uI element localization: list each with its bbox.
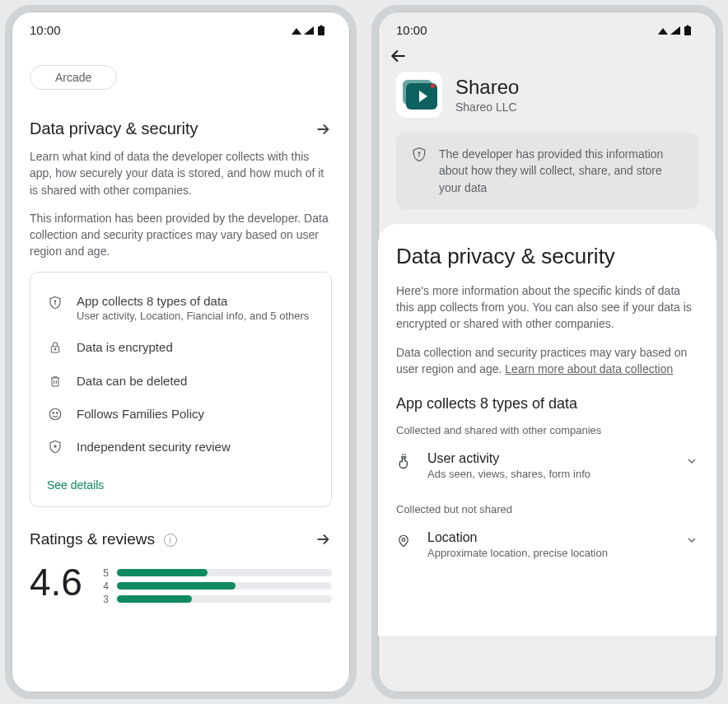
row-title: Location bbox=[427, 530, 670, 545]
collects-title: App collects 8 types of data bbox=[77, 294, 315, 308]
detail-p1: Here's more information about the specif… bbox=[396, 282, 698, 333]
hint-shared: Collected and shared with other companie… bbox=[396, 424, 698, 436]
privacy-p1: Learn what kind of data the developer co… bbox=[30, 148, 332, 198]
status-icons bbox=[657, 25, 698, 36]
privacy-card: App collects 8 types of data User activi… bbox=[30, 272, 332, 507]
app-header: Shareo Shareo LLC bbox=[378, 72, 716, 133]
families-title: Follows Families Policy bbox=[77, 407, 204, 421]
chevron-down-icon bbox=[685, 530, 698, 547]
detail-p2: Data collection and security practices m… bbox=[396, 344, 698, 378]
hint-notshared: Collected but not shared bbox=[396, 503, 698, 515]
detail-card: Data privacy & security Here's more info… bbox=[378, 224, 716, 636]
detail-title: Data privacy & security bbox=[396, 244, 698, 269]
row-sub: Approximate location, precise location bbox=[427, 547, 670, 559]
chevron-down-icon bbox=[685, 451, 698, 468]
reviews-title: Ratings & reviews bbox=[30, 530, 155, 548]
svg-rect-0 bbox=[318, 26, 324, 35]
back-button[interactable] bbox=[378, 42, 716, 72]
arcade-chip[interactable]: Arcade bbox=[30, 65, 117, 90]
data-row-location[interactable]: Location Approximate location, precise l… bbox=[396, 515, 698, 564]
status-bar: 10:00 bbox=[12, 12, 350, 42]
encrypted-title: Data is encrypted bbox=[77, 340, 173, 354]
app-icon bbox=[396, 72, 442, 118]
clock: 10:00 bbox=[30, 23, 61, 37]
deleted-title: Data can be deleted bbox=[77, 374, 187, 388]
collects-sub: User activity, Location, Fiancial info, … bbox=[77, 310, 315, 322]
privacy-header[interactable]: Data privacy & security bbox=[30, 119, 332, 138]
arrow-right-icon bbox=[314, 530, 332, 548]
page-content[interactable]: Shareo Shareo LLC The developer has prov… bbox=[378, 42, 716, 688]
bar-row-4: 4 bbox=[102, 580, 332, 593]
svg-rect-11 bbox=[684, 26, 691, 35]
avg-rating: 4.6 bbox=[30, 563, 82, 601]
page-content[interactable]: Arcade Data privacy & security Learn wha… bbox=[12, 42, 350, 688]
location-icon bbox=[396, 530, 413, 550]
svg-point-2 bbox=[54, 301, 55, 301]
notice-text: The developer has provided this informat… bbox=[439, 146, 684, 196]
independent-title: Independent security review bbox=[77, 440, 231, 454]
privacy-title: Data privacy & security bbox=[30, 119, 198, 138]
svg-point-13 bbox=[418, 152, 420, 154]
notice-banner: The developer has provided this informat… bbox=[396, 133, 698, 209]
svg-point-5 bbox=[54, 348, 56, 350]
shield-info-icon bbox=[411, 146, 427, 196]
svg-point-9 bbox=[53, 413, 54, 414]
clock: 10:00 bbox=[396, 23, 427, 37]
app-name: Shareo bbox=[455, 76, 519, 99]
learn-more-link[interactable]: Learn more about data collection bbox=[505, 362, 673, 375]
card-row-independent: Independent security review bbox=[47, 430, 315, 464]
status-icons bbox=[291, 25, 332, 36]
trash-icon bbox=[47, 372, 63, 389]
svg-rect-12 bbox=[687, 25, 689, 26]
card-row-families: Follows Families Policy bbox=[47, 398, 315, 430]
arrow-right-icon bbox=[314, 120, 332, 138]
card-row-encrypted: Data is encrypted bbox=[47, 330, 315, 364]
bar-row-5: 5 bbox=[102, 566, 332, 580]
reviews-header[interactable]: Ratings & reviews i bbox=[30, 530, 332, 548]
lock-icon bbox=[47, 338, 63, 356]
phone-left: 10:00 Arcade Data privacy & security Lea… bbox=[5, 5, 357, 699]
row-title: User activity bbox=[427, 451, 670, 466]
row-sub: Ads seen, views, shares, form info bbox=[427, 468, 670, 480]
svg-point-16 bbox=[402, 538, 405, 542]
privacy-p2: This information has been provided by th… bbox=[30, 210, 332, 260]
shield-star-icon bbox=[47, 438, 63, 455]
data-row-user-activity[interactable]: User activity Ads seen, views, shares, f… bbox=[396, 436, 698, 485]
svg-point-8 bbox=[49, 408, 61, 420]
svg-rect-1 bbox=[320, 25, 323, 26]
touch-icon bbox=[396, 451, 413, 471]
smile-icon bbox=[47, 406, 63, 422]
shield-info-icon bbox=[47, 294, 63, 311]
ratings-block: 4.6 5 4 3 bbox=[30, 563, 332, 606]
svg-point-10 bbox=[57, 413, 58, 414]
bar-row-3: 3 bbox=[102, 593, 332, 606]
info-icon[interactable]: i bbox=[164, 534, 177, 547]
see-details-link[interactable]: See details bbox=[47, 478, 104, 492]
phone-right: 10:00 Shareo Shareo LLC bbox=[371, 5, 723, 699]
app-developer: Shareo LLC bbox=[455, 100, 519, 114]
collects-subhead: App collects 8 types of data bbox=[396, 395, 698, 413]
status-bar: 10:00 bbox=[378, 12, 716, 42]
rating-bars: 5 4 3 bbox=[102, 563, 332, 606]
card-row-collects: App collects 8 types of data User activi… bbox=[47, 286, 315, 330]
card-row-deleted: Data can be deleted bbox=[47, 364, 315, 398]
